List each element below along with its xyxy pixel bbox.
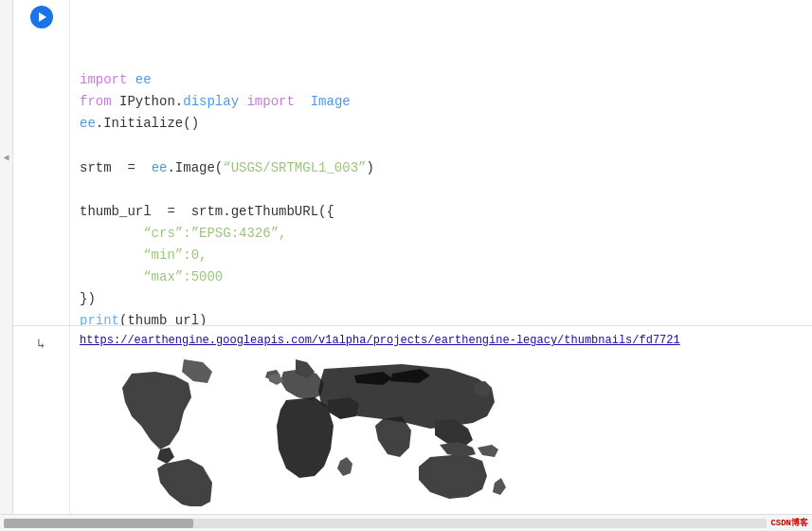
code-token [80,269,143,284]
code-token: .Image( [167,160,223,175]
output-url-link[interactable]: https://earthengine.googleapis.com/v1alp… [80,334,803,347]
horizontal-scrollbar[interactable] [4,519,767,528]
code-token: = [112,160,152,175]
code-line [80,179,803,201]
code-cell: import eefrom IPython.display import Ima… [13,0,812,326]
code-token: Image [295,94,351,109]
code-token: “min”:0, [143,247,207,263]
run-button[interactable] [30,6,53,28]
code-token: srtm [191,204,224,219]
code-token: “crs”:”EPSG:4326”, [143,226,286,241]
code-token: }) [80,291,96,306]
code-token: IPython. [112,94,184,109]
output-arrow-icon: ↳ [32,334,51,353]
code-token: = [152,204,191,219]
code-token: ee [127,72,151,87]
code-line: thumb_url = srtm.getThumbURL({ [80,201,803,223]
code-line: srtm = ee.Image(“USGS/SRTMGL1_003”) [80,157,803,179]
code-token: import [80,72,127,87]
code-token: “USGS/SRTMGL1_003” [223,160,366,175]
scrollbar-thumb[interactable] [4,519,193,528]
code-token: from [80,94,112,109]
code-line: ee.Initialize() [80,113,803,135]
output-content: https://earthengine.googleapis.com/v1alp… [70,326,812,514]
code-line: “min”:0, [80,245,803,266]
code-token: print [80,313,119,325]
code-line: import ee [80,69,803,91]
code-line: }) [80,288,803,310]
code-token: ee [152,160,168,175]
code-token: ee [80,116,96,131]
code-token [80,226,143,241]
code-token: .Initialize() [96,116,199,131]
code-token: ) [366,160,373,175]
code-line: “max”:5000 [80,266,803,288]
code-line: “crs”:”EPSG:4326”, [80,223,803,245]
status-bar: CSDN博客 [0,514,812,531]
csdn-branding: CSDN博客 [770,517,812,529]
code-token: thumb_url [80,204,152,219]
code-token: srtm [80,160,112,175]
code-line [80,135,803,156]
code-token: (thumb_url) [119,313,207,325]
code-token: .getThumbURL({ [223,204,334,219]
code-line: from IPython.display import Image [80,91,803,113]
cell-gutter [13,0,70,325]
code-token: import [246,94,294,109]
code-line: print(thumb_url) [80,310,803,325]
world-map-svg [80,355,534,506]
output-gutter: ↳ [13,326,70,514]
code-token: “max”:5000 [143,269,223,284]
world-map-image [80,355,534,506]
code-token [80,247,143,263]
output-cell: ↳ https://earthengine.googleapis.com/v1a… [13,326,812,514]
code-token: display [183,94,239,109]
code-editor[interactable]: import eefrom IPython.display import Ima… [70,0,812,325]
notebook-container: import eefrom IPython.display import Ima… [0,0,812,514]
